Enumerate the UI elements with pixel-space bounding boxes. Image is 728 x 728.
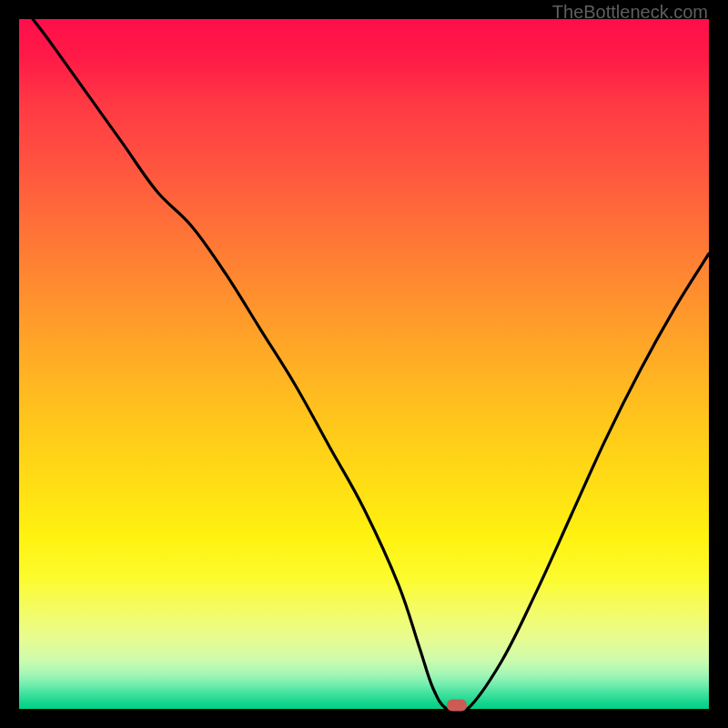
curve-path (33, 19, 709, 709)
chart-frame: TheBottleneck.com (0, 0, 728, 728)
plot-area (19, 19, 709, 709)
optimum-marker (447, 700, 467, 712)
bottleneck-curve (19, 19, 709, 709)
